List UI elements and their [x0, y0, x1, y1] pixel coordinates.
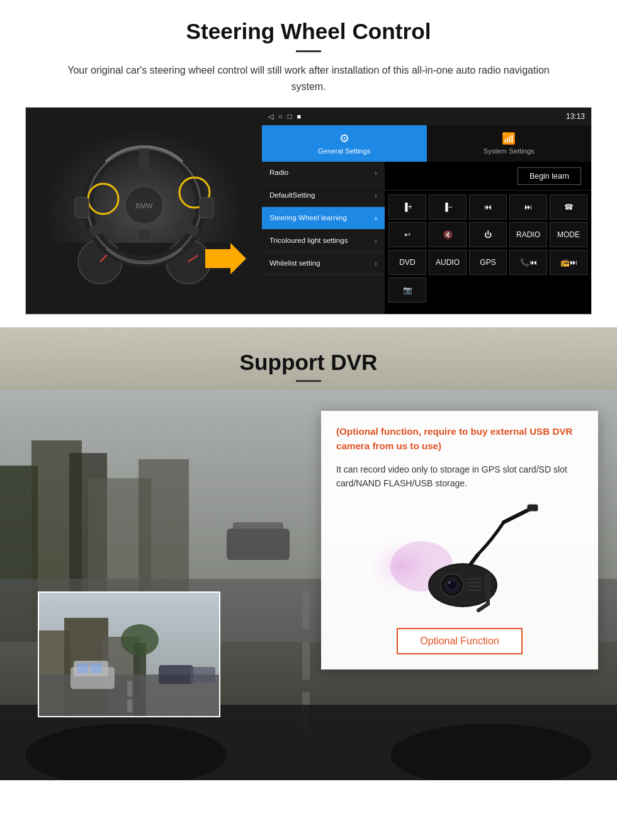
dvr-title: Support DVR [0, 350, 617, 375]
svg-rect-42 [159, 665, 193, 684]
android-tabs: ⚙ General Settings 📶 System Settings [262, 125, 591, 162]
phone-icon: ☎ [564, 203, 574, 211]
dvr-title-area: Support DVR [0, 327, 617, 392]
svg-rect-15 [75, 198, 89, 218]
svg-point-38 [121, 624, 159, 656]
svg-rect-47 [91, 663, 102, 673]
audio-label: AUDIO [436, 258, 460, 267]
phone-prev-icon: 📞⏮ [520, 258, 537, 267]
radio-label: RADIO [516, 230, 540, 239]
menu-item-default[interactable]: DefaultSetting › [262, 184, 385, 207]
title-divider [296, 50, 321, 52]
status-time: 13:13 [566, 112, 585, 121]
begin-learn-button[interactable]: Begin learn [518, 167, 581, 185]
hangup-button[interactable]: ↩ [388, 222, 426, 247]
power-icon: ⏻ [484, 230, 492, 239]
steering-wheel-photo: BMW [26, 108, 262, 315]
steering-description: Your original car's steering wheel contr… [57, 62, 560, 94]
tab-system-label: System Settings [484, 147, 535, 155]
dvr-thumb-image [39, 593, 219, 716]
gps-label: GPS [480, 258, 495, 267]
menu-item-tricolour-label: Tricoloured light settings [269, 236, 348, 245]
rearview-scene-svg [39, 593, 220, 717]
recents-icon: □ [288, 113, 292, 121]
phone-next-button[interactable]: 📻⏭ [550, 250, 587, 275]
dvr-camera-thumbnail [38, 591, 220, 717]
next-track-button[interactable]: ⏭ [509, 194, 547, 220]
prev-track-icon: ⏮ [484, 203, 492, 211]
dvr-section: Support DVR [0, 327, 617, 780]
svg-rect-40 [127, 681, 132, 697]
phone-prev-button[interactable]: 📞⏮ [509, 250, 547, 275]
chevron-icon: › [375, 259, 377, 268]
optional-function-button[interactable]: Optional Function [397, 628, 523, 654]
steering-control-panel: Begin learn ▐+ ▐− ⏮ [385, 162, 591, 314]
svg-rect-43 [190, 667, 215, 683]
menu-item-steering[interactable]: Steering Wheel learning › [262, 207, 385, 230]
camera-icon: 📷 [403, 286, 412, 294]
menu-item-tricolour[interactable]: Tricoloured light settings › [262, 230, 385, 252]
android-status-bar: ◁ ○ □ ■ 13:13 [262, 108, 591, 125]
status-icons-left: ◁ ○ □ ■ [268, 113, 301, 121]
tab-system-settings[interactable]: 📶 System Settings [427, 125, 592, 162]
gear-icon: ⚙ [339, 132, 349, 145]
power-button[interactable]: ⏻ [469, 222, 507, 247]
menu-item-steering-label: Steering Wheel learning [269, 213, 347, 223]
menu-item-radio[interactable]: Radio › [262, 162, 385, 184]
phone-next-icon: 📻⏭ [560, 258, 577, 267]
dvd-button[interactable]: DVD [388, 250, 426, 275]
hangup-icon: ↩ [404, 230, 410, 239]
android-ui-screenshot: BMW [25, 107, 592, 315]
android-content: Radio › DefaultSetting › Steering Wheel … [262, 162, 591, 314]
svg-rect-46 [77, 663, 88, 673]
vol-up-button[interactable]: ▐+ [388, 194, 426, 220]
menu-item-default-label: DefaultSetting [269, 191, 315, 200]
menu-icon: ■ [297, 113, 302, 121]
back-icon: ◁ [268, 113, 273, 121]
menu-item-radio-label: Radio [269, 168, 288, 177]
vol-up-icon: ▐+ [402, 203, 412, 211]
camera-button[interactable]: 📷 [388, 277, 426, 303]
dvr-divider [296, 380, 321, 382]
svg-rect-16 [200, 198, 213, 218]
menu-item-whitelist-label: Whitelist setting [269, 259, 320, 268]
next-track-icon: ⏭ [524, 203, 532, 211]
svg-rect-61 [485, 573, 491, 598]
mute-icon: 🔇 [443, 230, 453, 239]
android-screen: ◁ ○ □ ■ 13:13 ⚙ General Settings 📶 Syste… [262, 108, 591, 314]
control-buttons-grid: ▐+ ▐− ⏮ ⏭ ☎ [385, 191, 591, 306]
chevron-icon: › [375, 191, 377, 200]
tab-general-settings[interactable]: ⚙ General Settings [262, 125, 427, 162]
gps-button[interactable]: GPS [469, 250, 507, 275]
steering-title: Steering Wheel Control [25, 19, 592, 44]
mode-button[interactable]: MODE [550, 222, 587, 247]
svg-rect-50 [528, 505, 538, 511]
chevron-icon: › [375, 213, 377, 223]
mute-button[interactable]: 🔇 [429, 222, 467, 247]
home-icon: ○ [278, 113, 283, 121]
prev-track-button[interactable]: ⏮ [469, 194, 507, 220]
svg-marker-17 [205, 243, 246, 274]
mode-label: MODE [557, 230, 580, 239]
chevron-icon: › [375, 236, 377, 245]
steering-section: Steering Wheel Control Your original car… [0, 0, 617, 327]
camera-device-svg [365, 503, 554, 617]
settings-menu-list: Radio › DefaultSetting › Steering Wheel … [262, 162, 385, 314]
phone-button[interactable]: ☎ [550, 194, 587, 220]
tab-general-label: General Settings [318, 147, 370, 155]
dvd-label: DVD [399, 258, 415, 267]
yellow-arrow-icon [199, 240, 249, 277]
radio-button[interactable]: RADIO [509, 222, 547, 247]
dvr-info-card: (Optional function, require to buy exter… [321, 411, 598, 669]
begin-learn-row: Begin learn [385, 162, 591, 191]
chevron-icon: › [375, 168, 377, 177]
svg-text:BMW: BMW [135, 202, 153, 210]
svg-rect-41 [127, 700, 132, 712]
vol-down-icon: ▐− [443, 203, 453, 211]
audio-button[interactable]: AUDIO [429, 250, 467, 275]
dvr-camera-illustration [336, 503, 583, 617]
dvr-optional-text: (Optional function, require to buy exter… [336, 425, 583, 454]
menu-item-whitelist[interactable]: Whitelist setting › [262, 252, 385, 275]
wifi-icon: 📶 [502, 132, 516, 145]
vol-down-button[interactable]: ▐− [429, 194, 467, 220]
